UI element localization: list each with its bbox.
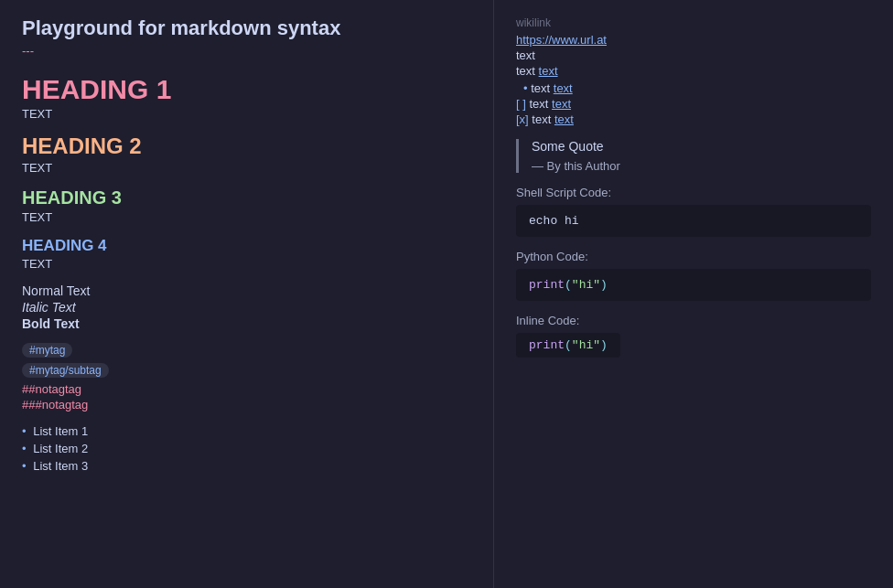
python-paren-open: ( [565, 278, 572, 292]
wikilink-label: wikilink [516, 16, 871, 29]
bullet-icon: • [22, 424, 27, 438]
bullet-icon: • [22, 442, 27, 455]
heading1: HEADING 1 [22, 74, 471, 105]
shell-code-block: echo hi [516, 205, 871, 237]
python-label: Python Code: [516, 250, 871, 263]
tag2[interactable]: #mytag/subtag [22, 363, 109, 378]
bullet-link[interactable]: text [554, 81, 573, 95]
bullet-icon: • [523, 81, 531, 95]
checkbox-empty-icon: [ ] [516, 97, 529, 111]
checkbox-checked-text: text [532, 112, 551, 126]
bold-text: Bold Text [22, 316, 471, 331]
list-item: • List Item 1 [22, 424, 471, 438]
list-item: • List Item 2 [22, 442, 471, 455]
url-link[interactable]: https://www.url.at [516, 33, 871, 47]
python-paren-close: ) [600, 278, 608, 292]
heading2-text: TEXT [22, 161, 471, 175]
inline-fn: print [529, 338, 565, 352]
inline-arg: "hi" [572, 338, 600, 352]
text-with-link-row: text text [516, 64, 871, 78]
inline-paren-open: ( [565, 338, 572, 352]
python-code-block: print("hi") [516, 269, 871, 301]
blockquote-text: Some Quote [532, 139, 871, 154]
checkbox-checked-link[interactable]: text [554, 112, 574, 126]
right-panel: wikilink https://www.url.at text text te… [494, 0, 893, 588]
bullet-link-row: • text text [516, 81, 871, 95]
checkbox-checked-row: [x] text text [516, 112, 871, 126]
checkbox-empty-text: text [529, 97, 548, 111]
tag2-line: #mytag/subtag [22, 362, 471, 380]
heading1-text: TEXT [22, 107, 471, 121]
list-item-1: List Item 1 [33, 424, 88, 438]
normal-text: Normal Text [22, 283, 471, 298]
python-fn: print [529, 278, 565, 292]
bullet-text: text [531, 81, 550, 95]
shell-code: echo hi [529, 214, 579, 228]
inline-paren-close: ) [600, 338, 608, 352]
heading4-text: TEXT [22, 257, 471, 271]
checkbox-empty-row: [ ] text text [516, 97, 871, 111]
python-arg: "hi" [572, 278, 600, 292]
list-items: • List Item 1 • List Item 2 • List Item … [22, 424, 471, 473]
checkbox-empty-link[interactable]: text [552, 97, 571, 111]
heading4: HEADING 4 [22, 237, 471, 255]
list-item-2: List Item 2 [33, 442, 88, 455]
inline-code-container: print("hi") [516, 333, 871, 358]
heading2: HEADING 2 [22, 134, 471, 159]
shell-label: Shell Script Code: [516, 186, 871, 199]
bullet-icon: • [22, 459, 27, 473]
divider: --- [22, 44, 471, 58]
text-word: text [516, 64, 535, 78]
italic-text: Italic Text [22, 300, 471, 315]
heading3-text: TEXT [22, 210, 471, 224]
list-item-3: List Item 3 [33, 459, 88, 473]
blockquote-author: — By this Author [532, 159, 871, 173]
left-panel: Playground for markdown syntax --- HEADI… [0, 0, 494, 588]
notag2: ###notagtag [22, 398, 471, 412]
heading3: HEADING 3 [22, 187, 471, 208]
inline-code: print("hi") [516, 333, 620, 358]
notag1: ##notagtag [22, 382, 471, 396]
list-item: • List Item 3 [22, 459, 471, 473]
checkbox-checked-icon: [x] [516, 112, 532, 126]
text-link-word[interactable]: text [539, 64, 558, 78]
blockquote: Some Quote — By this Author [516, 139, 871, 173]
tag1-line: #mytag [22, 342, 471, 360]
text-plain: text [516, 48, 871, 62]
inline-label: Inline Code: [516, 314, 871, 327]
page-title: Playground for markdown syntax [22, 16, 471, 40]
tag1[interactable]: #mytag [22, 343, 72, 358]
